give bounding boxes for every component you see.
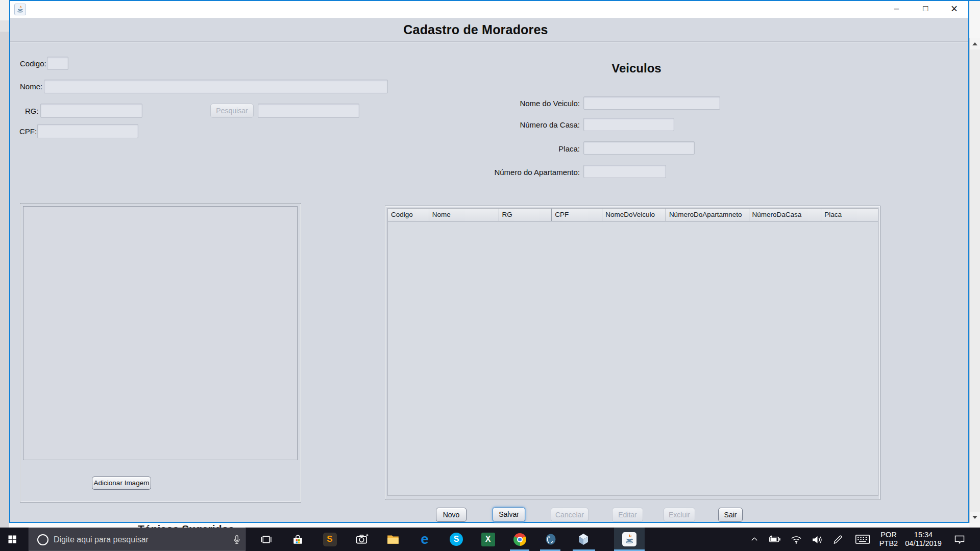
column-header-placa[interactable]: Placa: [821, 209, 878, 221]
microsoft-store-icon: [291, 533, 304, 546]
edge-icon: e: [421, 533, 429, 546]
sair-button[interactable]: Sair: [718, 508, 743, 522]
numero-casa-input[interactable]: [583, 118, 674, 131]
title-bar[interactable]: – □ ×: [10, 1, 968, 18]
task-view-button[interactable]: [255, 528, 277, 551]
salvar-button[interactable]: Salvar: [493, 507, 525, 522]
column-header-numero-apartamento[interactable]: NúmeroDoApartamneto: [666, 209, 749, 221]
java-app-icon: [14, 4, 26, 15]
taskbar: S e S X: [0, 528, 980, 551]
scrollbar-down-button[interactable]: [970, 512, 980, 523]
table-body-empty: [388, 221, 878, 496]
chrome-icon: [513, 533, 526, 546]
chrome-button[interactable]: [508, 528, 531, 551]
skype-button[interactable]: S: [445, 528, 468, 551]
java-coffee-cup-icon: [16, 6, 24, 13]
tray-expand-button[interactable]: [744, 528, 765, 551]
column-header-nome[interactable]: Nome: [429, 209, 499, 221]
java-app-button[interactable]: [614, 528, 645, 551]
postgresql-button[interactable]: [540, 528, 562, 551]
minimize-button[interactable]: –: [885, 1, 908, 17]
rg-label: RG:: [25, 107, 39, 115]
background-window-scrollbar[interactable]: [969, 38, 980, 523]
action-center-button[interactable]: [948, 528, 971, 551]
battery-status[interactable]: [765, 528, 785, 551]
pen-settings[interactable]: [828, 528, 848, 551]
battery-charging-icon: [768, 533, 781, 546]
cortana-icon[interactable]: [37, 534, 48, 545]
clipped-heading: Tópicos Sugeridos: [138, 523, 234, 528]
start-button[interactable]: [0, 528, 24, 551]
skype-icon: S: [450, 533, 463, 546]
language-code: POR: [877, 531, 900, 539]
pen-icon: [832, 533, 844, 545]
keyboard-icon: [855, 533, 870, 546]
cpf-input[interactable]: [37, 124, 138, 138]
column-header-nome-do-veiculo[interactable]: NomeDoVeiculo: [602, 209, 666, 221]
residents-table[interactable]: Codigo Nome RG CPF NomeDoVeiculo NúmeroD…: [387, 208, 878, 496]
microsoft-store-button[interactable]: [286, 528, 309, 551]
microphone-icon[interactable]: [231, 534, 242, 545]
chevron-up-icon: [750, 535, 759, 544]
column-header-cpf[interactable]: CPF: [552, 209, 602, 221]
excel-button[interactable]: X: [477, 528, 499, 551]
sublime-text-button[interactable]: S: [318, 528, 341, 551]
pesquisar-button[interactable]: Pesquisar: [210, 104, 254, 118]
cpf-label: CPF:: [19, 127, 37, 136]
postgresql-icon: [544, 533, 557, 546]
keyboard-layout-code: PTB2: [877, 539, 900, 548]
nome-veiculo-label: Nome do Veiculo:: [471, 99, 580, 108]
clock[interactable]: 15:34 04/11/2019: [901, 531, 945, 548]
numero-apartamento-label: Número do Apartamento:: [471, 168, 580, 177]
rg-input[interactable]: [40, 104, 142, 118]
maximize-button[interactable]: □: [914, 1, 937, 17]
numero-casa-label: Número da Casa:: [471, 120, 580, 129]
excluir-button[interactable]: Excluir: [664, 508, 695, 522]
add-image-button[interactable]: Adicionar Imagem: [92, 477, 151, 490]
scrollbar-down-arrow-icon: [972, 516, 977, 519]
camera-icon: [355, 533, 369, 546]
page-title: Cadastro de Moradores: [358, 22, 593, 37]
taskbar-search[interactable]: [29, 528, 246, 551]
cube-app-button[interactable]: [572, 528, 595, 551]
scrollbar-up-arrow-icon: [972, 42, 977, 45]
column-header-rg[interactable]: RG: [499, 209, 552, 221]
camera-button[interactable]: [351, 528, 373, 551]
scrollbar-up-button[interactable]: [970, 38, 980, 49]
placa-input[interactable]: [583, 141, 695, 155]
novo-button[interactable]: Novo: [436, 508, 467, 522]
search-input[interactable]: [54, 533, 227, 546]
image-display-area: [23, 206, 298, 460]
nome-label: Nome:: [20, 82, 42, 91]
codigo-label: Codigo:: [20, 59, 46, 68]
touch-keyboard-button[interactable]: [850, 528, 875, 551]
desktop: Tópicos Sugeridos – □ × Cadastro de Mora…: [0, 0, 980, 551]
column-header-codigo[interactable]: Codigo: [388, 209, 429, 221]
file-explorer-icon: [386, 533, 400, 546]
excel-icon: X: [481, 533, 495, 546]
nome-input[interactable]: [44, 80, 388, 93]
vehicles-section-title: Veiculos: [570, 61, 703, 76]
java-taskbar-icon: [622, 532, 636, 546]
wifi-icon: [790, 533, 802, 545]
volume-icon: [811, 533, 823, 546]
windows-logo-icon: [8, 535, 17, 544]
language-indicator[interactable]: POR PTB2: [877, 531, 900, 548]
cube-3d-icon: [577, 533, 590, 546]
background-window-bottom-strip: Tópicos Sugeridos: [9, 522, 969, 528]
header-separator: [10, 41, 968, 42]
column-header-numero-casa[interactable]: NúmeroDaCasa: [749, 209, 822, 221]
pesquisa-input[interactable]: [258, 104, 359, 118]
cancelar-button[interactable]: Cancelar: [551, 508, 589, 522]
numero-apartamento-input[interactable]: [583, 165, 666, 178]
edge-button[interactable]: e: [413, 528, 436, 551]
sublime-text-icon: S: [323, 533, 337, 546]
editar-button[interactable]: Editar: [612, 508, 643, 522]
codigo-input[interactable]: [47, 57, 68, 70]
close-button[interactable]: ×: [943, 1, 966, 17]
background-window-left-edge: [0, 0, 9, 528]
wifi-status[interactable]: [786, 528, 806, 551]
file-explorer-button[interactable]: [382, 528, 404, 551]
nome-veiculo-input[interactable]: [583, 96, 720, 110]
volume-status[interactable]: [806, 528, 827, 551]
